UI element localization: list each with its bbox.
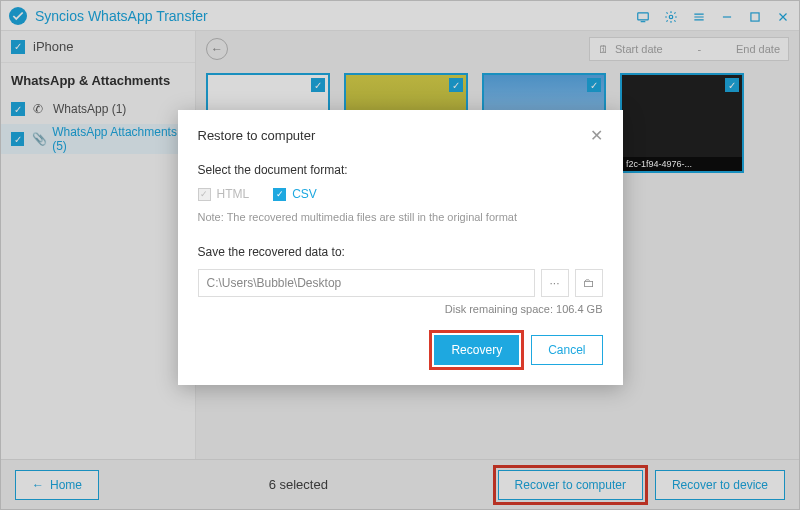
save-path-input[interactable]	[198, 269, 535, 297]
disk-space-text: Disk remaining space: 106.4 GB	[198, 303, 603, 315]
browse-folder-button[interactable]: 🗀	[575, 269, 603, 297]
recovery-label: Recovery	[451, 343, 502, 357]
cancel-button[interactable]: Cancel	[531, 335, 602, 365]
cancel-label: Cancel	[548, 343, 585, 357]
html-label: HTML	[217, 187, 250, 201]
csv-label: CSV	[292, 187, 317, 201]
format-label: Select the document format:	[198, 163, 603, 177]
more-icon: ···	[549, 276, 559, 290]
modal-actions: Recovery Cancel	[198, 335, 603, 365]
modal-title: Restore to computer	[198, 128, 590, 143]
folder-icon: 🗀	[583, 276, 595, 290]
modal-header: Restore to computer ✕	[198, 126, 603, 145]
save-to-label: Save the recovered data to:	[198, 245, 603, 259]
restore-modal: Restore to computer ✕ Select the documen…	[178, 110, 623, 385]
html-checkbox[interactable]	[198, 188, 211, 201]
recovery-button[interactable]: Recovery	[434, 335, 519, 365]
format-note: Note: The recovered multimedia files are…	[198, 211, 603, 223]
modal-overlay: Restore to computer ✕ Select the documen…	[0, 0, 800, 510]
format-html-option[interactable]: HTML	[198, 187, 250, 201]
format-row: HTML CSV	[198, 187, 603, 201]
modal-close-icon[interactable]: ✕	[590, 126, 603, 145]
path-more-button[interactable]: ···	[541, 269, 569, 297]
csv-checkbox[interactable]	[273, 188, 286, 201]
path-row: ··· 🗀	[198, 269, 603, 297]
format-csv-option[interactable]: CSV	[273, 187, 317, 201]
